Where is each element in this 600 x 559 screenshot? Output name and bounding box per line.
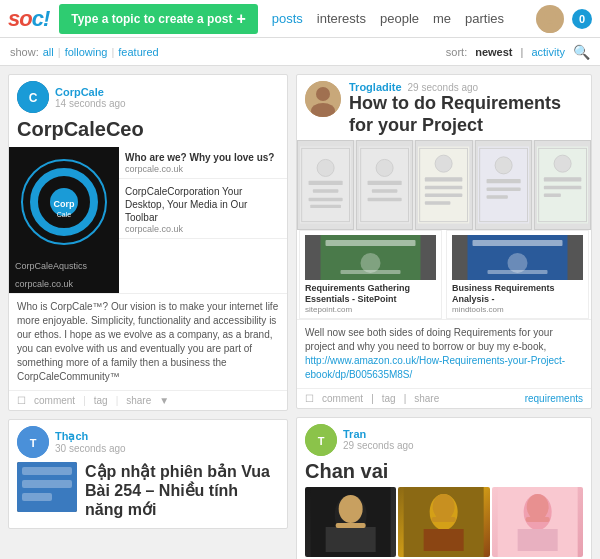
svg-text:T: T [30,437,37,449]
svg-rect-28 [368,181,402,185]
chan-img-3 [492,487,583,557]
search-icon[interactable]: 🔍 [573,44,590,60]
req-sub-card-2-url: mindtools.com [452,305,583,314]
filter-featured[interactable]: featured [118,46,158,58]
main-nav: posts interests people me parties [272,11,536,26]
trogladite-author[interactable]: Trogladite [349,81,402,93]
req-sub-card-1-title: Requirements Gathering Essentials - Site… [305,283,436,305]
mini-card-2-url: corpcale.co.uk [125,224,281,234]
svg-rect-53 [341,270,401,274]
req-sub-card-1: Requirements Gathering Essentials - Site… [299,230,442,319]
req-sep-1: | [371,393,374,404]
req-share[interactable]: share [414,393,439,404]
main-content: C CorpCale 14 seconds ago CorpCaleCeo [0,66,600,559]
req-tag[interactable]: tag [382,393,396,404]
show-filters: show: all | following | featured [10,46,159,58]
thach-author[interactable]: Thạch [55,430,126,443]
svg-rect-21 [309,181,343,185]
create-post-button[interactable]: Type a topic to create a post + [59,4,258,34]
sort-activity[interactable]: activity [531,46,565,58]
trogladite-time: 29 seconds ago [408,82,479,93]
req-footer: ☐ comment | tag | share requirements [297,388,591,408]
svg-rect-74 [525,517,549,522]
logo[interactable]: soc! [8,6,49,32]
sort-newest[interactable]: newest [475,46,512,58]
filter-following[interactable]: following [65,46,108,58]
share-chevron: ▼ [159,395,169,406]
svg-rect-14 [22,493,52,501]
header: soc! Type a topic to create a post + pos… [0,0,600,38]
req-title-area: Trogladite 29 seconds ago How to do Requ… [349,81,583,136]
svg-rect-73 [517,529,557,551]
comic-panel-5 [534,140,591,230]
corpcale-meta: CorpCale 14 seconds ago [55,86,126,109]
create-post-label: Type a topic to create a post [71,12,232,26]
chan-img-1 [305,487,396,557]
mini-card-1-title: Who are we? Why you love us? [125,151,281,164]
req-desc: Well now see both sides of doing Require… [297,319,591,388]
corpcale-tag[interactable]: tag [94,395,108,406]
svg-point-40 [495,157,512,174]
svg-rect-23 [309,198,343,201]
req-tag-label[interactable]: requirements [525,393,583,404]
corpcale-header: C CorpCale 14 seconds ago [9,75,287,117]
sort-label: sort: [446,46,467,58]
req-comment-icon: ☐ [305,393,314,404]
nav-people[interactable]: people [380,11,419,26]
svg-rect-41 [486,179,520,183]
req-sub-card-2-title: Business Requirements Analysis - [452,283,583,305]
svg-rect-57 [488,270,548,274]
chan-header: T Tran 29 seconds ago [297,418,591,460]
req-comic-strip [297,140,591,230]
svg-rect-42 [486,188,520,191]
mini-card-2: CorpCaleCorporation Your Desktop, Your M… [119,179,287,239]
notification-badge[interactable]: 0 [572,9,592,29]
corpcale-logo: Corp Cale [9,147,119,257]
corpcale-content: Corp Cale CorpCaleAqustics corpcale.co.u… [9,147,287,293]
req-sub-thumb-1 [305,235,436,280]
tran-time: 29 seconds ago [343,440,414,451]
svg-rect-48 [544,186,582,189]
footer-sep-2: | [116,395,119,406]
svg-rect-43 [486,195,507,198]
mini-card-1-url: corpcale.co.uk [125,164,281,174]
req-desc-text: Well now see both sides of doing Require… [305,327,553,352]
svg-rect-22 [313,189,339,192]
corpcale-title: CorpCaleCeo [9,117,287,147]
svg-point-1 [541,23,559,33]
req-comment[interactable]: comment [322,393,363,404]
req-title: How to do Requirements for your Project [349,93,583,136]
comment-icon: ☐ [17,395,26,406]
comic-panel-2 [356,140,413,230]
svg-text:T: T [318,435,325,447]
separator-3: | [521,46,524,58]
svg-rect-35 [425,186,463,189]
svg-text:Cale: Cale [57,211,72,218]
corpcale-comment[interactable]: comment [34,395,75,406]
corpcale-share[interactable]: share [126,395,151,406]
subheader: show: all | following | featured sort: n… [0,38,600,66]
nav-interests[interactable]: interests [317,11,366,26]
nav-me[interactable]: me [433,11,451,26]
right-column: Trogladite 29 seconds ago How to do Requ… [296,74,592,559]
mini-card-1: Who are we? Why you love us? corpcale.co… [119,147,287,179]
left-column: C CorpCale 14 seconds ago CorpCaleCeo [8,74,288,559]
comic-panel-1 [297,140,354,230]
svg-rect-24 [310,205,341,208]
req-link[interactable]: http://www.amazon.co.uk/How-Requirements… [305,355,565,380]
svg-rect-51 [326,240,416,246]
comic-panel-3 [415,140,472,230]
req-sub-thumb-2 [452,235,583,280]
chan-vai-card: T Tran 29 seconds ago Chan vai [296,417,592,559]
svg-rect-37 [425,201,451,204]
corpcale-avatar: C [17,81,49,113]
thach-content: Cập nhật phiên bản Vua Bài 254 – Nhiều t… [9,462,287,528]
filter-all[interactable]: all [43,46,54,58]
tran-author[interactable]: Tran [343,428,414,440]
corpcale-author[interactable]: CorpCale [55,86,126,98]
svg-rect-12 [22,467,72,475]
user-avatar[interactable] [536,5,564,33]
corpcale-card: C CorpCale 14 seconds ago CorpCaleCeo [8,74,288,411]
nav-parties[interactable]: parties [465,11,504,26]
nav-posts[interactable]: posts [272,11,303,26]
